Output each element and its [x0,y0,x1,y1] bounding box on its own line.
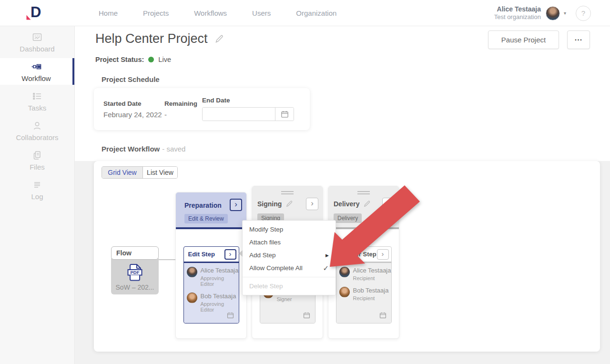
participant-row: Bob Testaaja Recipient [339,287,388,301]
sidebar-item-tasks[interactable]: Tasks [0,88,74,114]
tasks-icon [31,91,43,102]
view-toggle: Grid View List View [102,166,178,179]
participant-row: Bob Testaaja Approving Editor [187,293,236,313]
preparation-accent-bar [176,227,246,229]
participant-role: Signer [277,296,313,302]
project-title-text: Help Center Project [95,31,208,46]
flow-node-body: PDF SoW – 202... [111,258,159,294]
preparation-type-chip: Edit & Review [184,214,228,223]
main-content: Help Center Project Pause Project ... Pr… [75,26,610,364]
step-card-edit-step[interactable]: Edit Step › Alice Testaaja Approving Edi… [183,246,239,324]
menu-item-modify-step[interactable]: Modify Step [243,223,336,236]
delivery-column-title: Delivery [334,200,359,208]
preparation-column-header: Preparation › Edit & Review [176,192,246,227]
participant-row: Alice Testaaja Recipient [339,267,388,281]
pdf-file-icon: PDF [124,263,145,282]
remaining-block: Remaining - [164,100,197,119]
menu-item-add-step[interactable]: Add Step ▶ [243,249,336,262]
delivery-open-button[interactable]: › [382,198,395,210]
drag-handle-icon[interactable] [357,191,370,194]
workflow-card: Grid View List View Flow PDF SoW – 202..… [94,161,600,352]
drag-handle-icon[interactable] [281,191,294,194]
menu-item-attach-files[interactable]: Attach files [243,236,336,249]
menu-item-allow-complete-all[interactable]: Allow Complete All ✓ [243,262,336,274]
app-logo[interactable]: D [26,3,47,24]
user-avatar[interactable] [546,6,560,20]
workflow-icon [30,61,42,72]
avatar [187,267,197,277]
participant-role: Recipient [353,295,389,301]
workflow-heading-text: Project Workflow [102,145,160,153]
step-card-deliver-step[interactable]: Deliver Step › Alice Testaaja Recipient [336,246,392,324]
sidebar-item-collaborators[interactable]: Collaborators [0,117,74,144]
deliver-step-open-button[interactable]: › [377,249,389,260]
nav-workflows[interactable]: Workflows [194,9,227,17]
user-info: Alice Testaaja Test organization [494,5,541,21]
flow-node[interactable]: Flow PDF SoW – 202... [111,246,159,294]
help-button[interactable]: ? [576,6,591,21]
end-date-block: End Date [202,97,294,121]
edit-title-pencil-icon[interactable] [214,34,224,44]
page-title: Help Center Project [95,31,224,46]
participant-role: Recipient [353,275,391,281]
step-calendar-icon[interactable] [379,311,387,319]
sidebar-label: Files [30,163,45,171]
end-date-calendar-button[interactable] [275,108,294,121]
signing-open-button[interactable]: › [306,198,318,210]
schedule-heading: Project Schedule [102,75,160,83]
log-icon [31,179,43,191]
sidebar-label: Workflow [21,74,51,82]
participant-name: Bob Testaaja [353,287,389,294]
user-organization: Test organization [494,13,541,21]
deliver-step-body: Alice Testaaja Recipient Bob Testaaja Re… [336,263,391,323]
submenu-arrow-icon: ▶ [325,253,329,258]
tab-list-view[interactable]: List View [143,167,177,178]
tab-grid-view[interactable]: Grid View [102,167,143,178]
pause-project-button[interactable]: Pause Project [488,30,559,49]
sidebar-label: Log [31,192,43,201]
nav-home[interactable]: Home [99,9,118,17]
workflow-column-preparation: Preparation › Edit & Review Edit Step › [175,192,247,339]
nav-projects[interactable]: Projects [143,9,169,17]
calendar-icon [280,110,289,119]
edit-step-name-pencil-icon[interactable] [363,200,371,208]
delivery-type-chip: Delivery [334,213,362,223]
sidebar-item-log[interactable]: Log [0,176,74,203]
sidebar-item-workflow[interactable]: Workflow [0,58,74,85]
more-actions-button[interactable]: ... [567,30,590,49]
started-date-label: Started Date [103,100,162,107]
menu-item-label: Allow Complete All [249,264,303,272]
dashboard-icon [31,31,43,43]
logo-letter: D [30,4,41,21]
started-date-block: Started Date February 24, 2022 [103,100,162,119]
step-calendar-icon[interactable] [303,311,311,319]
edit-step-name-pencil-icon[interactable] [285,200,293,208]
collaborators-icon [31,120,43,131]
nav-organization[interactable]: Organization [296,9,336,17]
schedule-card: Started Date February 24, 2022 Remaining… [94,88,310,130]
end-date-input[interactable] [203,108,275,121]
chevron-down-icon[interactable]: ▾ [564,10,566,16]
avatar [187,293,197,303]
status-value: Live [158,56,171,63]
signing-column-title: Signing [257,200,282,208]
edit-step-title: Edit Step [188,251,215,258]
remaining-label: Remaining [164,100,197,107]
app-root: D Home Projects Workflows Users Organiza… [0,0,610,364]
project-status-row: Project Status: Live [95,56,171,63]
preparation-open-button[interactable]: › [230,199,242,211]
participant-name: Bob Testaaja [201,293,236,300]
workflow-heading: Project Workflow- saved [102,145,185,153]
edit-step-open-button[interactable]: › [224,249,236,260]
top-bar: D Home Projects Workflows Users Organiza… [0,0,610,26]
nav-users[interactable]: Users [252,9,271,17]
sidebar-item-files[interactable]: Files [0,147,74,173]
sidebar-item-dashboard[interactable]: Dashboard [0,29,74,55]
end-date-input-group [202,107,294,121]
top-nav: Home Projects Workflows Users Organizati… [99,0,336,26]
step-calendar-icon[interactable] [226,311,234,319]
sidebar-label: Collaborators [16,133,58,142]
menu-separator [243,277,336,277]
participant-role: Approving Editor [201,275,239,287]
flow-file-name: SoW – 202... [116,283,154,291]
